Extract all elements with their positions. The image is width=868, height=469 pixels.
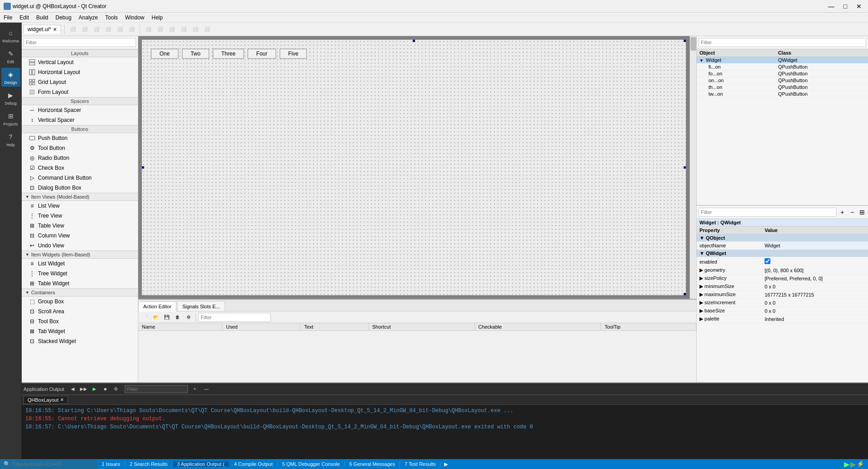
item-check-box[interactable]: ☑ Check Box xyxy=(22,163,138,173)
properties-add-btn[interactable]: + xyxy=(838,208,846,216)
close-button[interactable]: ✕ xyxy=(854,3,864,10)
doc-tab[interactable]: widget.ui* ✕ xyxy=(23,25,61,33)
out-next-btn[interactable]: ▶▶ xyxy=(79,384,89,394)
out-prev-btn[interactable]: ◀ xyxy=(68,384,78,394)
item-scroll-area[interactable]: ⊡ Scroll Area xyxy=(22,306,138,316)
action-save-btn[interactable]: 💾 xyxy=(162,312,172,322)
object-inspector-filter-input[interactable] xyxy=(699,38,866,47)
prop-row-basesize[interactable]: ▶ baseSize 0 x 0 xyxy=(697,307,868,315)
handle-bottom-right[interactable] xyxy=(684,293,686,295)
prop-row-objectname[interactable]: objectName xyxy=(697,242,868,250)
tb-icons2[interactable]: ⬜ xyxy=(155,24,165,34)
prop-objectname-value[interactable] xyxy=(762,242,868,250)
item-command-link-button[interactable]: ▷ Command Link Button xyxy=(22,173,138,183)
tb-align-left[interactable]: ⬜ xyxy=(68,24,78,34)
out-minus-btn[interactable]: — xyxy=(202,384,211,394)
scrollbar-thumb[interactable] xyxy=(690,37,696,51)
menu-debug[interactable]: Debug xyxy=(52,14,75,22)
canvas-btn-four[interactable]: Four xyxy=(248,49,276,59)
obj-row-fo[interactable]: fo...on QPushButton xyxy=(697,70,868,77)
out-stop-btn[interactable]: ■ xyxy=(100,384,110,394)
item-horizontal-spacer[interactable]: ↔ Horizontal Spacer xyxy=(22,105,138,115)
out-add-btn[interactable]: + xyxy=(190,384,200,394)
canvas-btn-three[interactable]: Three xyxy=(213,49,244,59)
prop-row-sizeincrement[interactable]: ▶ sizeIncrement 0 x 0 xyxy=(697,299,868,307)
handle-left[interactable] xyxy=(142,167,144,169)
menu-edit[interactable]: Edit xyxy=(16,14,33,22)
prop-row-palette[interactable]: ▶ palette Inherited xyxy=(697,315,868,323)
item-tool-box[interactable]: ⊟ Tool Box xyxy=(22,316,138,326)
sidebar-filter-input[interactable] xyxy=(23,38,136,47)
action-filter-input[interactable] xyxy=(198,313,271,322)
action-tab-signals[interactable]: Signals Slots E... xyxy=(177,301,225,311)
item-vertical-spacer[interactable]: ↕ Vertical Spacer xyxy=(22,115,138,125)
status-tab-6[interactable]: 6 General Messages xyxy=(345,461,400,467)
obj-row-th[interactable]: th...on QPushButton xyxy=(697,84,868,91)
item-grid-layout[interactable]: Grid Layout xyxy=(22,77,138,87)
item-dialog-button-box[interactable]: ⊡ Dialog Button Box xyxy=(22,183,138,193)
tb-layout-v[interactable]: ⬜ xyxy=(91,24,101,34)
out-run-btn[interactable]: ▶ xyxy=(89,384,99,394)
obj-row-on[interactable]: on...on QPushButton xyxy=(697,77,868,84)
activity-welcome[interactable]: ⌂ Welcome xyxy=(1,26,20,45)
canvas-btn-one[interactable]: One xyxy=(151,49,178,59)
menu-help[interactable]: Help xyxy=(148,14,167,22)
action-settings-btn[interactable]: ⚙ xyxy=(183,312,193,322)
status-tab-expand[interactable]: ▶ xyxy=(441,461,451,467)
tb-icons1[interactable]: ⬜ xyxy=(143,24,153,34)
prop-row-enabled[interactable]: enabled xyxy=(697,257,868,266)
output-filter-input[interactable] xyxy=(125,385,188,393)
obj-row-fi[interactable]: fi...on QPushButton xyxy=(697,64,868,70)
out-settings-btn[interactable]: ⚙ xyxy=(111,384,121,394)
menu-file[interactable]: File xyxy=(0,14,16,22)
status-tab-7[interactable]: 7 Test Results xyxy=(400,461,441,467)
menu-analyze[interactable]: Analyze xyxy=(75,14,102,22)
canvas-btn-five[interactable]: Five xyxy=(280,49,307,59)
activity-edit[interactable]: ✎ Edit xyxy=(1,47,20,66)
action-new-btn[interactable]: 📄 xyxy=(140,312,150,322)
design-canvas[interactable]: One Two Three Four Five xyxy=(142,40,686,295)
handle-top[interactable] xyxy=(413,40,415,42)
tb-break-layout[interactable]: ⬜ xyxy=(127,24,136,34)
obj-row-widget[interactable]: ▼ Widget QWidget xyxy=(697,57,868,64)
activity-projects[interactable]: ⊞ Projects xyxy=(1,109,20,128)
status-build-btn[interactable]: ⚡ xyxy=(857,460,864,468)
prop-row-sizepolicy[interactable]: ▶ sizePolicy [Preferred, Preferred, 0, 0… xyxy=(697,274,868,283)
item-list-widget[interactable]: ≡ List Widget xyxy=(22,259,138,269)
tb-icons5[interactable]: ⬜ xyxy=(190,24,200,34)
action-delete-btn[interactable]: 🗑 xyxy=(173,312,183,322)
output-project-tab-close[interactable]: ✕ xyxy=(60,397,64,402)
item-tool-button[interactable]: ⚙ Tool Button xyxy=(22,143,138,153)
item-group-box[interactable]: ⬚ Group Box xyxy=(22,297,138,306)
menu-tools[interactable]: Tools xyxy=(102,14,122,22)
item-tree-view[interactable]: ⋮ Tree View xyxy=(22,211,138,221)
status-tab-1[interactable]: 1 Issues xyxy=(97,461,125,467)
properties-remove-btn[interactable]: − xyxy=(848,208,856,216)
minimize-button[interactable]: — xyxy=(826,3,837,10)
tb-icons6[interactable]: ⬜ xyxy=(202,24,212,34)
status-tab-4[interactable]: 4 Compile Output xyxy=(230,461,278,467)
status-run-btn[interactable]: ▶ xyxy=(844,460,849,469)
status-tab-2[interactable]: 2 Search Results xyxy=(125,461,173,467)
item-form-layout[interactable]: Form Layout xyxy=(22,87,138,97)
menu-window[interactable]: Window xyxy=(122,14,148,22)
item-tree-widget[interactable]: ⋮ Tree Widget xyxy=(22,269,138,279)
menu-build[interactable]: Build xyxy=(33,14,52,22)
item-table-widget[interactable]: ⊞ Table Widget xyxy=(22,279,138,288)
properties-view-btn[interactable]: ⊞ xyxy=(858,208,866,216)
tab-close-icon[interactable]: ✕ xyxy=(53,27,57,33)
action-tab-editor[interactable]: Action Editor xyxy=(138,302,176,311)
tb-icons3[interactable]: ⬜ xyxy=(167,24,177,34)
tb-layout-h[interactable]: ⬜ xyxy=(80,24,89,34)
tb-icons4[interactable]: ⬜ xyxy=(178,24,188,34)
item-list-view[interactable]: ≡ List View xyxy=(22,201,138,211)
maximize-button[interactable]: □ xyxy=(841,3,850,10)
subsection-item-views[interactable]: ▼ Item Views (Model-Based) xyxy=(22,193,138,201)
vertical-scrollbar[interactable] xyxy=(690,36,696,299)
prop-row-geometry[interactable]: ▶ geometry [(0, 0), 800 x 600] xyxy=(697,266,868,274)
prop-row-minimumsize[interactable]: ▶ minimumSize 0 x 0 xyxy=(697,283,868,291)
tb-layout-form[interactable]: ⬜ xyxy=(115,24,125,34)
activity-help[interactable]: ? Help xyxy=(1,130,20,149)
output-project-tab[interactable]: QHBoxLayout ✕ xyxy=(23,396,68,404)
item-push-button[interactable]: Push Button xyxy=(22,133,138,143)
